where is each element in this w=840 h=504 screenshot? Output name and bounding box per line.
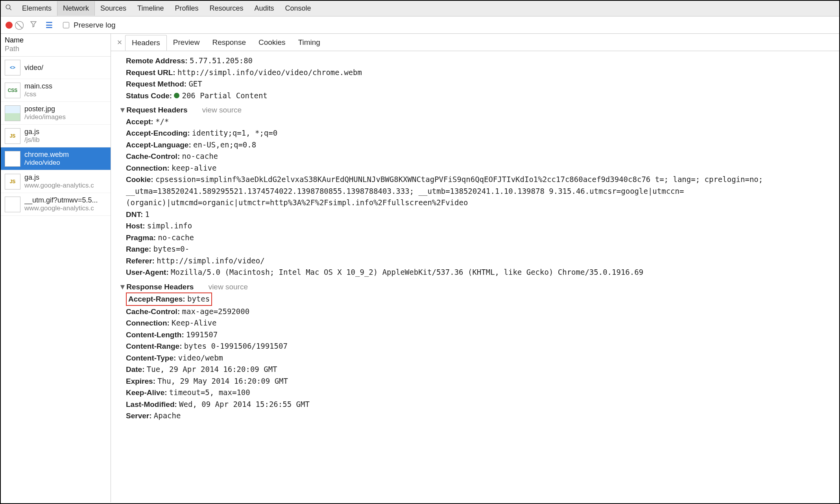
devtools-top-tabs: Elements Network Sources Timeline Profil… <box>1 1 839 17</box>
header-row: Cache-Control: max-age=2592000 <box>126 306 831 318</box>
request-path: /video/video <box>24 159 69 167</box>
tab-profiles[interactable]: Profiles <box>169 1 204 16</box>
request-row[interactable]: <>video/ <box>1 57 111 79</box>
header-row: Referer: http://simpl.info/video/ <box>126 255 831 267</box>
file-type-icon: CSS <box>5 83 20 98</box>
status-dot-icon <box>174 93 179 98</box>
request-name: ga.js <box>24 173 94 182</box>
network-toolbar: ⃠ ☰ Preserve log <box>1 17 839 34</box>
header-row: Keep-Alive: timeout=5, max=100 <box>126 387 831 399</box>
filter-icon[interactable] <box>30 20 37 29</box>
tab-resources[interactable]: Resources <box>204 1 249 16</box>
preserve-log-checkbox[interactable] <box>63 22 69 28</box>
header-row: Host: simpl.info <box>126 220 831 232</box>
request-row[interactable]: JSga.js/js/lib <box>1 125 111 147</box>
header-row: Pragma: no-cache <box>126 232 831 244</box>
request-list: Name Path <>video/CSSmain.css/cssposter.… <box>1 34 111 502</box>
request-path: www.google-analytics.c <box>24 182 94 189</box>
header-row: Accept: */* <box>126 116 831 128</box>
svg-point-0 <box>6 5 10 9</box>
request-row[interactable]: chrome.webm/video/video <box>1 147 111 170</box>
tab-elements[interactable]: Elements <box>17 1 57 16</box>
summary-status-code: Status Code: 206 Partial Content <box>126 90 831 102</box>
tab-audits[interactable]: Audits <box>249 1 280 16</box>
header-name: Name <box>5 36 107 45</box>
header-row: Date: Tue, 29 Apr 2014 16:20:09 GMT <box>126 364 831 375</box>
summary-request-method: Request Method: GET <box>126 78 831 90</box>
header-row: Accept-Encoding: identity;q=1, *;q=0 <box>126 127 831 139</box>
record-button[interactable] <box>6 22 13 29</box>
request-name: __utm.gif?utmwv=5.5... <box>24 196 98 204</box>
view-list-icon[interactable]: ☰ <box>46 20 53 30</box>
search-icon[interactable] <box>1 4 17 13</box>
header-row: Connection: keep-alive <box>126 162 831 174</box>
file-type-icon <box>5 105 20 121</box>
response-headers-section[interactable]: ▼ Response Headers view source <box>119 281 831 293</box>
file-type-icon: JS <box>5 174 20 189</box>
tab-network[interactable]: Network <box>57 1 95 16</box>
svg-line-1 <box>9 8 11 10</box>
tab-headers[interactable]: Headers <box>125 35 167 51</box>
request-headers-section[interactable]: ▼ Request Headers view source <box>119 105 831 116</box>
header-row: User-Agent: Mozilla/5.0 (Macintosh; Inte… <box>126 267 831 278</box>
view-source-link[interactable]: view source <box>202 106 242 114</box>
tab-cookies[interactable]: Cookies <box>252 35 292 50</box>
request-path: www.google-analytics.c <box>24 204 98 212</box>
header-row: Cookie: cpsession=simplinf%3aeDkLdG2elvx… <box>126 174 831 209</box>
request-path: /js/lib <box>24 136 40 144</box>
request-path: /video/images <box>24 113 66 121</box>
preserve-log-label: Preserve log <box>74 21 116 29</box>
file-type-icon: JS <box>5 128 20 144</box>
file-type-icon <box>5 151 20 167</box>
view-source-link[interactable]: view source <box>209 283 248 291</box>
request-row[interactable]: __utm.gif?utmwv=5.5...www.google-analyti… <box>1 193 111 216</box>
request-name: main.css <box>24 82 52 90</box>
request-path: /css <box>24 90 52 98</box>
header-row: Content-Type: video/webm <box>126 352 831 364</box>
request-list-header[interactable]: Name Path <box>1 34 111 57</box>
svg-marker-2 <box>31 22 36 27</box>
header-row: Content-Range: bytes 0-1991506/1991507 <box>126 340 831 352</box>
request-row[interactable]: JSga.jswww.google-analytics.c <box>1 170 111 193</box>
request-name: ga.js <box>24 128 40 136</box>
header-row: Expires: Thu, 29 May 2014 16:20:09 GMT <box>126 375 831 387</box>
header-row: Accept-Ranges: bytes <box>126 292 831 306</box>
header-path: Path <box>5 45 107 53</box>
request-name: poster.jpg <box>24 105 66 113</box>
header-row: Range: bytes=0- <box>126 243 831 255</box>
header-row: Server: Apache <box>126 410 831 422</box>
request-name: video/ <box>24 64 43 72</box>
disclosure-triangle-icon[interactable]: ▼ <box>119 281 124 293</box>
tab-response[interactable]: Response <box>206 35 252 50</box>
close-icon[interactable]: × <box>114 37 125 48</box>
header-row: Last-Modified: Wed, 09 Apr 2014 15:26:55… <box>126 399 831 410</box>
request-row[interactable]: poster.jpg/video/images <box>1 102 111 125</box>
header-row: Content-Length: 1991507 <box>126 329 831 341</box>
header-row: Cache-Control: no-cache <box>126 151 831 162</box>
disclosure-triangle-icon[interactable]: ▼ <box>119 105 124 116</box>
header-row: DNT: 1 <box>126 209 831 221</box>
request-row[interactable]: CSSmain.css/css <box>1 79 111 102</box>
request-details: × Headers Preview Response Cookies Timin… <box>111 34 839 502</box>
file-type-icon <box>5 197 20 212</box>
tab-preview[interactable]: Preview <box>167 35 206 50</box>
tab-timing[interactable]: Timing <box>292 35 327 50</box>
tab-sources[interactable]: Sources <box>95 1 132 16</box>
tab-console[interactable]: Console <box>280 1 317 16</box>
preserve-log-toggle[interactable]: Preserve log <box>61 21 116 29</box>
tab-timeline[interactable]: Timeline <box>132 1 169 16</box>
header-row: Accept-Language: en-US,en;q=0.8 <box>126 139 831 151</box>
detail-tabs: × Headers Preview Response Cookies Timin… <box>111 34 839 51</box>
summary-remote-address: Remote Address: 5.77.51.205:80 <box>126 55 831 67</box>
file-type-icon: <> <box>5 60 20 75</box>
header-row: Connection: Keep-Alive <box>126 317 831 329</box>
summary-request-url: Request URL: http://simpl.info/video/vid… <box>126 67 831 79</box>
request-name: chrome.webm <box>24 151 69 159</box>
